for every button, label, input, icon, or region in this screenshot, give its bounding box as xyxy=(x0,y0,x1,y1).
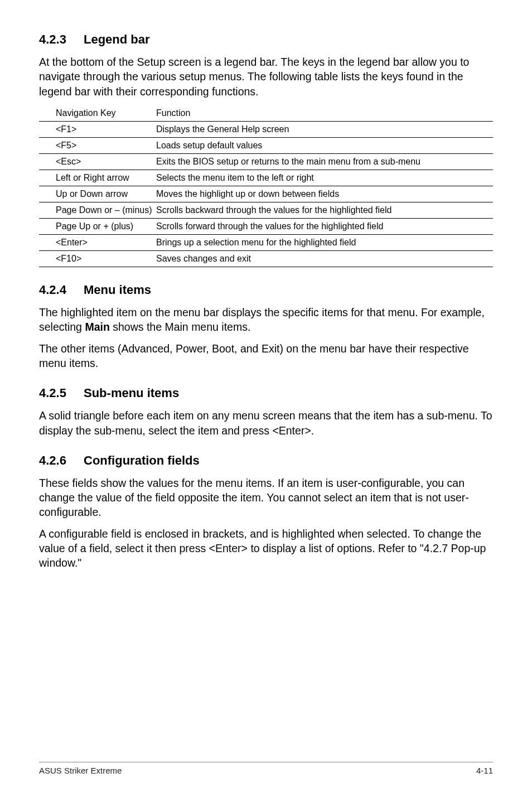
page-footer: ASUS Striker Extreme 4-11 xyxy=(39,762,493,775)
cell-func: Saves changes and exit xyxy=(156,250,493,267)
cell-key: Up or Down arrow xyxy=(39,186,156,202)
heading-legend-bar: 4.2.3Legend bar xyxy=(39,32,493,47)
heading-configuration-fields: 4.2.6Configuration fields xyxy=(39,453,493,468)
cell-func: Exits the BIOS setup or returns to the m… xyxy=(156,153,493,170)
footer-right: 4-11 xyxy=(476,766,493,775)
para-sub-menu: A solid triangle before each item on any… xyxy=(39,408,493,438)
cell-key: Page Down or – (minus) xyxy=(39,202,156,218)
table-row: <F5>Loads setup default values xyxy=(39,137,493,153)
table-row: Page Up or + (plus)Scrolls forward throu… xyxy=(39,218,493,234)
table-row: Page Down or – (minus)Scrolls backward t… xyxy=(39,202,493,218)
th-navigation-key: Navigation Key xyxy=(39,105,156,122)
heading-title: Legend bar xyxy=(84,32,150,46)
para-config-2: A configurable field is enclosed in brac… xyxy=(39,526,493,571)
para-config-1: These fields show the values for the men… xyxy=(39,476,493,520)
footer-left: ASUS Striker Extreme xyxy=(39,766,122,775)
cell-key: <Enter> xyxy=(39,234,156,250)
table-row: Up or Down arrowMoves the highlight up o… xyxy=(39,186,493,202)
cell-key: <F1> xyxy=(39,121,156,137)
heading-title: Sub-menu items xyxy=(84,386,179,400)
table-row: Left or Right arrowSelects the menu item… xyxy=(39,170,493,186)
table-row: <F1>Displays the General Help screen xyxy=(39,121,493,137)
cell-func: Scrolls backward through the values for … xyxy=(156,202,493,218)
cell-func: Displays the General Help screen xyxy=(156,121,493,137)
para-menu-items-2: The other items (Advanced, Power, Boot, … xyxy=(39,341,493,371)
cell-func: Selects the menu item to the left or rig… xyxy=(156,170,493,186)
cell-func: Moves the highlight up or down between f… xyxy=(156,186,493,202)
table-header-row: Navigation Key Function xyxy=(39,105,493,122)
heading-number: 4.2.6 xyxy=(39,453,84,468)
heading-number: 4.2.3 xyxy=(39,32,84,47)
cell-key: <F5> xyxy=(39,137,156,153)
th-function: Function xyxy=(156,105,493,122)
cell-key: <Esc> xyxy=(39,153,156,170)
table-row: <Enter>Brings up a selection menu for th… xyxy=(39,234,493,250)
heading-sub-menu-items: 4.2.5Sub-menu items xyxy=(39,386,493,400)
heading-title: Menu items xyxy=(84,283,151,297)
table-row: <F10>Saves changes and exit xyxy=(39,250,493,267)
para-menu-items-1: The highlighted item on the menu bar dis… xyxy=(39,305,493,335)
table-row: <Esc>Exits the BIOS setup or returns to … xyxy=(39,153,493,170)
para-legend-bar: At the bottom of the Setup screen is a l… xyxy=(39,55,493,99)
heading-menu-items: 4.2.4Menu items xyxy=(39,283,493,297)
cell-func: Loads setup default values xyxy=(156,137,493,153)
text-run: shows the Main menu items. xyxy=(110,321,251,333)
heading-title: Configuration fields xyxy=(84,453,200,467)
heading-number: 4.2.5 xyxy=(39,386,84,400)
heading-number: 4.2.4 xyxy=(39,283,84,297)
cell-func: Brings up a selection menu for the highl… xyxy=(156,234,493,250)
cell-func: Scrolls forward through the values for t… xyxy=(156,218,493,234)
cell-key: Page Up or + (plus) xyxy=(39,218,156,234)
text-bold-main: Main xyxy=(85,321,109,333)
legend-table: Navigation Key Function <F1>Displays the… xyxy=(39,105,493,267)
cell-key: <F10> xyxy=(39,250,156,267)
cell-key: Left or Right arrow xyxy=(39,170,156,186)
